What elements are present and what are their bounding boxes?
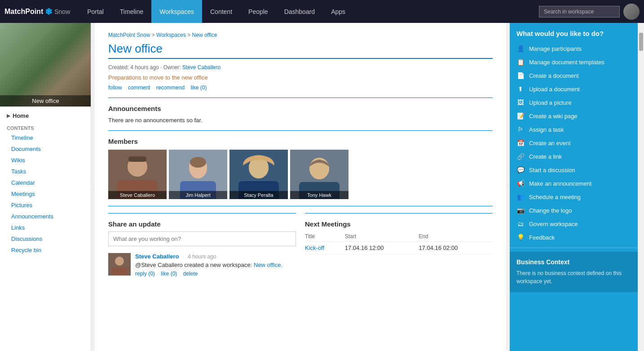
action-upload-picture[interactable]: 🖼 Upload a picture [510,96,638,109]
sidebar-item-calendar[interactable]: Calendar [0,177,91,188]
action-assign-task[interactable]: 🏳 Assign a task [510,123,638,136]
action-start-discussion[interactable]: 💬 Start a discussion [510,163,638,177]
delete-action[interactable]: delete [183,271,198,277]
action-assign-task-label: Assign a task [529,126,564,133]
activity-workspace-link[interactable]: New office. [254,262,282,268]
action-manage-participants[interactable]: 👤 Manage participants [510,42,638,55]
action-govern-workspace[interactable]: 🗂 Govern workspace [510,217,638,231]
owner-link[interactable]: Steve Caballero [182,64,221,71]
meetings-header-row: Title Start End [305,231,493,242]
sidebar-item-links[interactable]: Links [0,222,91,233]
user-avatar[interactable] [623,4,640,20]
sidebar-item-pictures[interactable]: Pictures [0,200,91,211]
meta-sep: · [160,64,163,71]
nav-timeline[interactable]: Timeline [112,0,151,23]
contents-section-title: Contents [0,124,91,132]
meeting-start-cell: 17.04.16 12:00 [345,242,419,254]
sidebar-item-wikis[interactable]: Wikis [0,155,91,166]
main-scrollbar[interactable] [638,23,644,351]
nav-workspaces[interactable]: Workspaces [151,0,202,23]
nav-people[interactable]: People [240,0,276,23]
member-name-stacy: Stacy Peralta [229,191,288,199]
member-card-jim[interactable]: Jim Halpert [169,150,227,199]
meetings-col-start: Start [345,231,419,242]
like-action[interactable]: like (0) [190,84,207,91]
svg-rect-20 [112,267,127,275]
right-panel-header: What would you like to do? [510,23,638,42]
page-title: New office [108,42,493,56]
right-panel-resize-handle[interactable]: ··· [506,23,510,351]
nav-content[interactable]: Content [202,0,240,23]
table-row: Kick-off 17.04.16 12:00 17.04.16 02:00 [305,242,493,254]
share-panel: Share an update Steve Caballero [108,213,296,277]
right-panel: What would you like to do? 👤 Manage part… [510,23,638,351]
sidebar-item-discussions[interactable]: Discussions [0,233,91,244]
action-feedback-label: Feedback [529,234,555,241]
sidebar-item-meetings[interactable]: Meetings [0,188,91,200]
breadcrumb-matchpoint[interactable]: MatchPoint Snow [108,32,150,38]
member-name-tony: Tony Hawk [290,191,348,199]
scrollbar-thumb[interactable] [639,33,643,51]
logo-text: MatchPoint [4,8,43,16]
nav-portal[interactable]: Portal [79,0,112,23]
create-wiki-icon: 📝 [516,112,525,120]
action-manage-doc-templates[interactable]: 📋 Manage document templates [510,55,638,69]
member-card-tony[interactable]: Tony Hawk [290,150,348,199]
page-description: Preparations to move to the new office [108,74,493,81]
action-create-document[interactable]: 📄 Create a document [510,69,638,82]
announcements-empty: There are no announcements so far. [108,117,493,124]
reply-action[interactable]: reply (0) [135,271,155,277]
sidebar-home-label: Home [13,112,29,119]
share-input[interactable] [108,231,296,246]
feedback-icon: 💡 [516,233,525,241]
meeting-title-link[interactable]: Kick-off [305,244,324,251]
member-card-steve[interactable]: Steve Caballero [108,150,167,199]
action-upload-picture-label: Upload a picture [529,99,572,106]
activity-user-name[interactable]: Steve Caballero [135,253,179,260]
breadcrumb-sep2: > [187,32,192,38]
breadcrumb-workspaces[interactable]: Workspaces [156,32,186,38]
manage-doc-templates-icon: 📋 [516,58,525,66]
like-activity-action[interactable]: like (0) [161,271,177,277]
member-card-stacy[interactable]: Stacy Peralta [229,150,288,199]
sidebar-item-tasks[interactable]: Tasks [0,166,91,177]
action-make-announcement-label: Make an announcement [529,180,591,187]
sidebar-navigation: ▶ Home Contents Timeline Documents Wikis… [0,107,91,260]
sidebar-item-documents[interactable]: Documents [0,143,91,155]
action-create-event[interactable]: 📅 Create an event [510,136,638,150]
action-schedule-meeting[interactable]: 👥 Schedule a meeting [510,190,638,204]
action-feedback[interactable]: 💡 Feedback [510,231,638,244]
act-sep1: · [157,271,159,277]
announcements-divider [108,98,493,98]
action-sep2: · [152,84,154,91]
meeting-title-cell: Kick-off [305,242,345,254]
meetings-top-divider [305,213,493,213]
create-event-icon: 📅 [516,139,525,147]
action-create-wiki[interactable]: 📝 Create a wiki page [510,109,638,123]
activity-text-prefix: @Steve Caballero created a new workspace… [135,262,252,268]
sidebar-item-announcements[interactable]: Announcements [0,211,91,222]
recommend-action[interactable]: recommend [156,84,185,91]
nav-apps[interactable]: Apps [323,0,353,23]
action-start-discussion-label: Start a discussion [529,167,575,173]
bottom-panels: Share an update Steve Caballero [108,213,493,277]
sidebar-item-timeline[interactable]: Timeline [0,132,91,143]
sidebar-item-recycle-bin[interactable]: Recycle bin [0,244,91,256]
nav-dashboard[interactable]: Dashboard [276,0,323,23]
sidebar-resize-handle[interactable]: ··· [91,23,95,351]
action-create-link[interactable]: 🔗 Create a link [510,150,638,163]
share-top-divider [108,213,296,213]
page-meta: Created: 4 hours ago · Owner: Steve Caba… [108,64,493,71]
action-change-logo[interactable]: 📷 Change the logo [510,204,638,217]
right-panel-divider [510,248,638,248]
app-logo[interactable]: MatchPoint ❄ Snow [4,6,70,17]
action-upload-document[interactable]: ⬆ Upload a document [510,82,638,96]
hero-image [0,23,91,107]
sidebar-home-item[interactable]: ▶ Home [0,109,91,123]
comment-action[interactable]: comment [128,84,150,91]
action-make-announcement[interactable]: 📢 Make an announcement [510,177,638,190]
members-grid: Steve Caballero Jim Halpert [108,150,493,199]
members-divider [108,130,493,131]
follow-action[interactable]: follow [108,84,122,91]
search-input[interactable] [539,6,620,18]
